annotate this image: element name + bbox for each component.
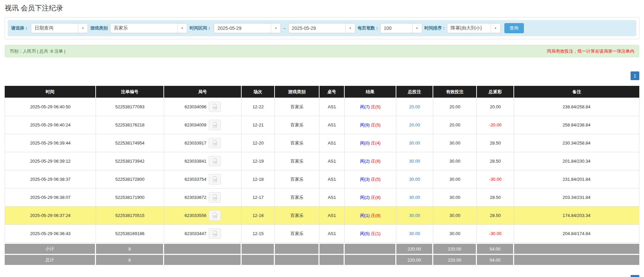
video-replay-button[interactable] — [209, 210, 221, 221]
table-row: 2025-05-29 06:38:37522538172800623033754… — [5, 170, 639, 188]
video-file-icon — [212, 122, 218, 128]
table-footer: 小计8220.00220.0054.00总计8220.00220.0054.00 — [5, 243, 639, 265]
video-replay-button[interactable] — [209, 120, 221, 130]
chevron-down-icon[interactable]: ▼ — [412, 23, 422, 33]
footer-valid-bet: 220.00 — [433, 243, 477, 254]
cell-payout: 20.00 — [477, 98, 514, 116]
cell-remark: 231.84/201.84 — [514, 170, 639, 188]
video-file-icon — [212, 230, 218, 237]
total-bet-link[interactable]: 30.00 — [409, 195, 420, 200]
cell-time: 2025-05-29 06:38:37 — [5, 170, 96, 188]
result-banker: 庄(8) — [371, 159, 381, 164]
per-page-value: 100 — [381, 23, 412, 33]
video-replay-button[interactable] — [209, 228, 221, 239]
round-id: 623033447 — [185, 231, 206, 236]
cell-game: 百家乐 — [275, 134, 319, 152]
footer-payout: 54.00 — [477, 243, 514, 254]
total-bet-link[interactable]: 30.00 — [409, 177, 420, 182]
result-player: 闲(1) — [360, 213, 370, 218]
cell-table-no: AS1 — [319, 134, 345, 152]
date-to-value: 2025-05-29 — [289, 23, 345, 33]
result-banker: 庄(8) — [371, 213, 381, 218]
filter-bar: 请选择： 日期查询 ▼ 游戏类别 百家乐 ▼ 时间区间： 2025-05-29 … — [8, 20, 636, 36]
footer-total-bet: 220.00 — [396, 254, 433, 265]
video-file-icon — [212, 176, 218, 182]
total-bet-link[interactable]: 20.00 — [409, 104, 420, 109]
cell-round: 623034009 — [164, 116, 242, 134]
video-file-icon — [212, 140, 218, 146]
column-header: 结果 — [345, 86, 396, 98]
cell-game: 百家乐 — [275, 225, 319, 243]
summary-bar: 币别：人民币 | 总共 :8 注单 | 同局有效投注，统一计算在该局第一张注单内 — [5, 45, 639, 57]
time-range-label: 时间区间： — [190, 25, 211, 31]
video-replay-button[interactable] — [209, 102, 221, 112]
subtotal-row: 小计8220.00220.0054.00 — [5, 243, 639, 254]
cell-result: 闲(5) 庄(1) — [345, 225, 396, 243]
cell-session: 12-15 — [242, 225, 275, 243]
cell-game: 百家乐 — [275, 98, 319, 116]
cell-total-bet: 30.00 — [396, 134, 433, 152]
video-file-icon — [212, 194, 218, 201]
footer-empty — [345, 254, 396, 265]
cell-remark: 201.84/230.34 — [514, 152, 639, 170]
video-replay-button[interactable] — [209, 156, 221, 166]
cell-game: 百家乐 — [275, 116, 319, 134]
search-button[interactable]: 查询 — [504, 23, 524, 33]
result-banker: 庄(5) — [371, 104, 381, 109]
game-type-select[interactable]: 百家乐 ▼ — [110, 23, 187, 33]
footer-count: 8 — [96, 254, 164, 265]
video-replay-button[interactable] — [209, 192, 221, 203]
cell-game: 百家乐 — [275, 170, 319, 188]
cell-valid-bet: 30.00 — [433, 152, 477, 170]
cell-valid-bet: 20.00 — [433, 116, 477, 134]
table-row: 2025-05-29 06:38:07522538171900623033672… — [5, 188, 639, 207]
column-header: 局号 — [164, 86, 242, 98]
cell-table-no: AS1 — [319, 207, 345, 225]
video-replay-button[interactable] — [209, 174, 221, 184]
cell-session: 12-17 — [242, 188, 275, 207]
cell-remark: 238.84/258.84 — [514, 98, 639, 116]
table-body: 2025-05-29 06:40:50522538177093623034096… — [5, 98, 639, 243]
pagination-bottom: 1 — [5, 275, 639, 277]
total-bet-link[interactable]: 30.00 — [409, 159, 420, 164]
total-bet-link[interactable]: 30.00 — [409, 213, 420, 218]
chevron-down-icon[interactable]: ▼ — [345, 23, 355, 33]
cell-result: 闲(7) 庄(5) — [345, 98, 396, 116]
cell-valid-bet: 30.00 — [433, 225, 477, 243]
total-bet-link[interactable]: 20.00 — [409, 122, 420, 127]
date-from-select[interactable]: 2025-05-29 ▼ — [214, 23, 281, 33]
table-row: 2025-05-29 06:36:43522538169186623033447… — [5, 225, 639, 243]
cell-remark: 174.84/203.34 — [514, 207, 639, 225]
cell-valid-bet: 30.00 — [433, 170, 477, 188]
total-bet-link[interactable]: 30.00 — [409, 231, 420, 236]
sort-order-select[interactable]: 降幂(由大到小) ▼ — [447, 23, 501, 33]
chevron-down-icon[interactable]: ▼ — [177, 23, 187, 33]
result-banker: 庄(1) — [371, 231, 381, 236]
page-button-1-bottom[interactable]: 1 — [631, 275, 639, 277]
cell-bet-id: 522538170515 — [96, 207, 164, 225]
per-page-select[interactable]: 100 ▼ — [380, 23, 422, 33]
table-row: 2025-05-29 06:40:50522538177093623034096… — [5, 98, 639, 116]
video-replay-button[interactable] — [209, 138, 221, 148]
round-id: 623033672 — [185, 195, 206, 200]
chevron-down-icon[interactable]: ▼ — [78, 23, 88, 33]
cell-total-bet: 20.00 — [396, 98, 433, 116]
total-bet-link[interactable]: 30.00 — [409, 141, 420, 146]
cell-round: 623034096 — [164, 98, 242, 116]
footer-empty — [275, 243, 319, 254]
column-header: 桌号 — [319, 86, 345, 98]
column-header: 备注 — [514, 86, 639, 98]
cell-time: 2025-05-29 06:40:24 — [5, 116, 96, 134]
query-type-select[interactable]: 日期查询 ▼ — [31, 23, 88, 33]
page: 视讯 会员下注纪录 请选择： 日期查询 ▼ 游戏类别 百家乐 ▼ 时间区间： 2… — [0, 0, 644, 277]
chevron-down-icon[interactable]: ▼ — [491, 23, 500, 33]
cell-total-bet: 30.00 — [396, 225, 433, 243]
footer-empty — [345, 243, 396, 254]
cell-round: 623033556 — [164, 207, 242, 225]
round-id: 623033754 — [185, 177, 206, 182]
page-button-1[interactable]: 1 — [631, 71, 639, 80]
cell-result: 闲(0) 庄(4) — [345, 134, 396, 152]
date-to-select[interactable]: 2025-05-29 ▼ — [288, 23, 355, 33]
cell-remark: 204.84/174.84 — [514, 225, 639, 243]
chevron-down-icon[interactable]: ▼ — [271, 23, 281, 33]
